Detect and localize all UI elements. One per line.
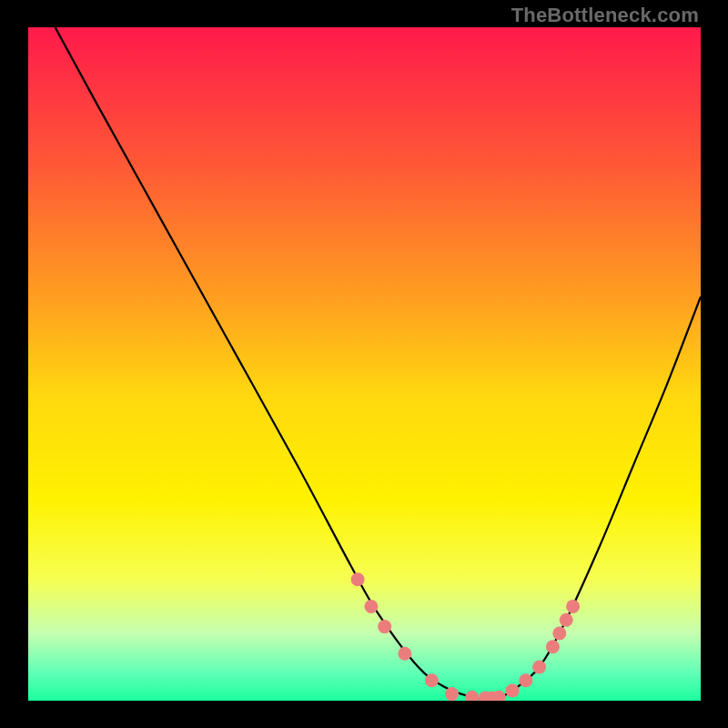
chart-plot (28, 27, 701, 701)
marker-point (351, 572, 365, 586)
marker-point (425, 673, 439, 687)
gradient-background (28, 27, 701, 701)
marker-point (445, 687, 459, 701)
marker-point (560, 613, 573, 627)
marker-point (519, 673, 532, 687)
marker-point (378, 620, 391, 633)
marker-point (566, 600, 580, 613)
chart-frame: TheBottleneck.com (0, 0, 728, 728)
marker-point (364, 600, 378, 613)
watermark-text: TheBottleneck.com (511, 4, 699, 27)
marker-point (532, 661, 546, 674)
marker-point (398, 647, 411, 661)
marker-point (506, 683, 520, 697)
marker-point (552, 627, 566, 641)
marker-point (546, 640, 560, 653)
